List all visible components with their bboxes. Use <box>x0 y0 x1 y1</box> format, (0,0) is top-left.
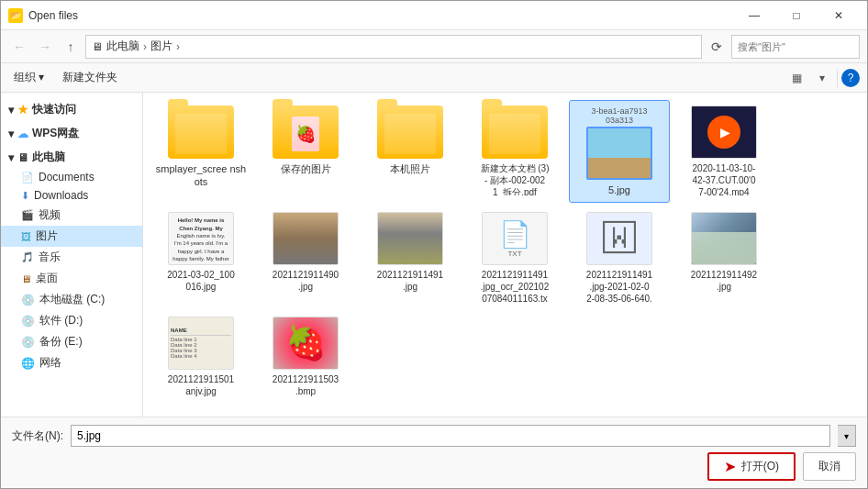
net-icon: 🌐 <box>21 357 35 370</box>
file-thumbnail <box>586 127 652 180</box>
close-button[interactable]: ✕ <box>818 1 860 30</box>
desktop-icon: 🖥 <box>21 273 31 284</box>
list-item[interactable]: smplayer_scree nshots <box>150 100 251 203</box>
toolbar-separator <box>837 69 838 87</box>
open-files-dialog: 📂 Open files — □ ✕ ← → ↑ 🖥 此电脑 › 图片 › ⟳ … <box>0 0 868 489</box>
file-label: 2021121911503.bmp <box>273 373 339 397</box>
view-list-button[interactable]: ▾ <box>811 67 833 89</box>
list-item[interactable]: 3-bea1-aa791303a313 5.jpg <box>569 100 670 203</box>
file-label: 2021121911491.jpg-2021-02-02-08-35-06-64… <box>586 269 652 302</box>
file-extra-label: 3-bea1-aa791303a313 <box>591 106 647 125</box>
sidebar-item-network[interactable]: 🌐 网络 <box>1 352 142 373</box>
up-button[interactable]: ↑ <box>60 36 82 58</box>
sidebar-wps[interactable]: ▾ ☁ WPS网盘 <box>1 120 142 144</box>
wps-label: WPS网盘 <box>32 126 79 141</box>
minimize-button[interactable]: — <box>733 1 775 30</box>
folder-icon <box>482 106 548 159</box>
toolbar: 组织 ▾ 新建文件夹 ▦ ▾ ? <box>1 63 867 93</box>
sidebar-label-downloads: Downloads <box>34 189 88 202</box>
sidebar-item-desktop[interactable]: 🖥 桌面 <box>1 268 142 289</box>
file-label: 2021121911501anjv.jpg <box>168 373 234 397</box>
title-bar: 📂 Open files — □ ✕ <box>1 1 867 30</box>
video-play-icon <box>707 116 740 149</box>
organize-button[interactable]: 组织 ▾ <box>8 67 50 88</box>
sidebar-item-videos[interactable]: 🎬 视频 <box>1 205 142 226</box>
list-item[interactable]: 2021121911490.jpg <box>255 206 356 307</box>
drive-e-icon: 💿 <box>21 336 35 349</box>
list-item[interactable]: 2020-11-03-10-42-37.CUT.00'07-00'24.mp4 <box>673 100 774 203</box>
search-box[interactable]: 🔍 <box>731 35 860 59</box>
list-item[interactable]: 🅆 2021121911491.jpg-2021-02-02-08-35-06-… <box>569 206 670 307</box>
sidebar-label-local-c: 本地磁盘 (C:) <box>39 292 105 307</box>
file-label: 保存的图片 <box>281 162 331 175</box>
sidebar-item-backup-e[interactable]: 💿 备份 (E:) <box>1 331 142 352</box>
sidebar-quick-access[interactable]: ▾ ★ 快速访问 <box>1 96 142 120</box>
list-item[interactable]: 新建文本文档 (3)- 副本-002-0021_拆分.pdf <box>464 100 565 203</box>
view-grid-button[interactable]: ▦ <box>785 67 807 89</box>
file-label: 2021-03-02_100016.jpg <box>167 269 234 293</box>
list-item[interactable]: 🍓 2021121911503.bmp <box>255 311 356 403</box>
maximize-button[interactable]: □ <box>775 1 818 30</box>
path-sep1: › <box>143 40 147 53</box>
sidebar-item-documents[interactable]: 📄 Documents <box>1 168 142 186</box>
list-item[interactable]: 🍓 保存的图片 <box>255 100 356 203</box>
file-label: 2021121911490.jpg <box>273 269 339 293</box>
refresh-button[interactable]: ⟳ <box>706 36 728 58</box>
pc-icon: 🖥 <box>17 151 28 164</box>
open-button[interactable]: ➤ 打开(O) <box>707 452 796 481</box>
pic-icon: 🖼 <box>21 231 31 242</box>
folder-icon <box>168 106 234 159</box>
sidebar-item-soft-d[interactable]: 💿 软件 (D:) <box>1 310 142 331</box>
new-folder-button[interactable]: 新建文件夹 <box>57 67 123 88</box>
file-thumbnail <box>273 212 339 265</box>
new-folder-label: 新建文件夹 <box>62 70 117 85</box>
sidebar-item-pictures[interactable]: 🖼 图片 <box>1 226 142 247</box>
filename-dropdown[interactable]: ▾ <box>838 425 856 447</box>
dialog-icon: 📂 <box>8 8 23 23</box>
list-item[interactable]: 2021121911491.jpg <box>360 206 461 307</box>
file-thumbnail: 🅆 <box>586 212 652 265</box>
file-label: 新建文本文档 (3)- 副本-002-0021_拆分.pdf <box>481 162 550 195</box>
sidebar-item-music[interactable]: 🎵 音乐 <box>1 247 142 268</box>
quick-access-arrow: ▾ <box>8 104 14 117</box>
path-sep2: › <box>176 40 180 53</box>
file-grid[interactable]: smplayer_scree nshots 🍓 保存的图片 本机照片 <box>143 93 867 417</box>
cancel-button[interactable]: 取消 <box>803 452 856 481</box>
list-item[interactable]: NAME Data line 1 Data line 2 Data line 3… <box>150 311 251 403</box>
cloud-icon: ☁ <box>17 128 28 140</box>
list-item[interactable]: Hello! My name is Chen Ziyang. My Englis… <box>150 206 251 307</box>
folder-icon <box>377 106 443 159</box>
file-label: 2021121911492.jpg <box>691 269 757 293</box>
pc-arrow: ▾ <box>8 151 14 164</box>
path-part1: 此电脑 <box>106 39 139 54</box>
address-path[interactable]: 🖥 此电脑 › 图片 › <box>85 35 702 59</box>
title-controls: — □ ✕ <box>733 1 860 30</box>
search-input[interactable] <box>738 41 864 52</box>
sidebar-label-soft-d: 软件 (D:) <box>39 313 83 328</box>
path-part2: 图片 <box>150 39 172 54</box>
back-button[interactable]: ← <box>8 36 30 58</box>
star-icon: ★ <box>17 103 28 117</box>
music-icon: 🎵 <box>21 251 34 263</box>
video-icon: 🎬 <box>21 209 34 221</box>
bottom-bar: 文件名(N): ▾ ➤ 打开(O) 取消 <box>1 417 867 488</box>
sidebar-pc[interactable]: ▾ 🖥 此电脑 <box>1 144 142 168</box>
action-row: ➤ 打开(O) 取消 <box>12 452 856 481</box>
wps-arrow: ▾ <box>8 128 14 140</box>
forward-button[interactable]: → <box>34 36 56 58</box>
filename-label: 文件名(N): <box>12 428 63 444</box>
sidebar-label-desktop: 桌面 <box>36 271 58 286</box>
file-label: 5.jpg <box>608 183 630 196</box>
filename-input[interactable] <box>71 425 830 447</box>
list-item[interactable]: 2021121911492.jpg <box>673 206 774 307</box>
list-item[interactable]: 本机照片 <box>360 100 461 203</box>
sidebar-item-downloads[interactable]: ⬇ Downloads <box>1 186 142 205</box>
file-thumbnail <box>691 106 757 159</box>
sidebar-label-videos: 视频 <box>39 207 61 223</box>
sidebar-item-local-c[interactable]: 💿 本地磁盘 (C:) <box>1 289 142 310</box>
quick-access-label: 快速访问 <box>32 102 76 117</box>
list-item[interactable]: 📄 TXT 2021121911491.jpg_ocr_202102070840… <box>464 206 565 307</box>
help-button[interactable]: ? <box>841 69 860 87</box>
open-button-label: 打开(O) <box>741 459 779 474</box>
main-content: ▾ ★ 快速访问 ▾ ☁ WPS网盘 ▾ 🖥 此电脑 📄 Documents <box>1 93 867 417</box>
